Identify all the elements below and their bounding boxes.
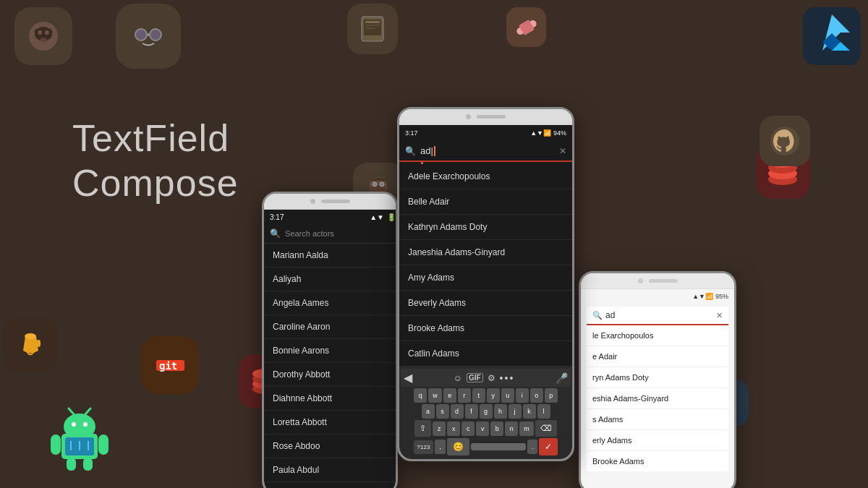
clear-icon-right[interactable]: ✕	[716, 311, 723, 320]
key-h[interactable]: h	[494, 404, 507, 419]
speaker-center	[477, 115, 506, 119]
result-item[interactable]: Kathryn Adams Doty	[399, 215, 572, 240]
phone-right-camera	[581, 273, 734, 289]
key-q[interactable]: q	[414, 388, 427, 403]
android-mascot	[43, 401, 116, 474]
phone-left-statusbar: 3:17 ▲▼ 🔋	[264, 210, 398, 224]
clear-icon-center[interactable]: ✕	[559, 146, 566, 156]
cursor-dot	[421, 162, 423, 164]
key-t[interactable]: t	[472, 388, 485, 403]
key-comma[interactable]: ,	[435, 440, 446, 454]
result-item[interactable]: Brooke Adams	[587, 451, 728, 471]
title-line1: TextField	[72, 116, 239, 160]
result-item[interactable]: erly Adams	[587, 430, 728, 451]
key-emoji[interactable]: 😊	[447, 438, 469, 455]
phone-left: 3:17 ▲▼ 🔋 🔍 Search actors Mariann Aalda …	[262, 192, 398, 488]
phone-right-search[interactable]: 🔍 ad ✕	[587, 307, 728, 325]
key-k[interactable]: k	[523, 404, 536, 419]
keyboard-area: ◀ ☺ GIF ⚙ ••• 🎤 q w e r t y u i o p a s	[399, 367, 572, 459]
title-line2: Compose	[72, 160, 239, 205]
list-item: Caroline Aaron	[264, 315, 396, 339]
result-item[interactable]: Catlin Adams	[399, 341, 572, 367]
phone-left-list: Mariann Aalda Aaliyah Angela Aames Carol…	[264, 244, 396, 488]
result-item[interactable]: Amy Adams	[399, 265, 572, 291]
key-j[interactable]: j	[509, 404, 522, 419]
key-w[interactable]: w	[428, 388, 442, 403]
result-item[interactable]: ryn Adams Doty	[587, 367, 728, 388]
svg-line-43	[85, 408, 90, 414]
phone-center-search[interactable]: 🔍 ad| ✕	[399, 141, 572, 162]
back-arrow-icon[interactable]: ◀	[404, 371, 412, 385]
key-i[interactable]: i	[516, 388, 529, 403]
camera-dot-center	[466, 114, 471, 119]
key-x[interactable]: x	[447, 421, 460, 436]
result-item[interactable]: Belle Adair	[399, 189, 572, 215]
result-item[interactable]: Janeshia Adams-Ginyard	[399, 240, 572, 265]
result-item[interactable]: e Adair	[587, 346, 728, 367]
key-g[interactable]: g	[480, 404, 493, 419]
emoticon-icon[interactable]: ☺	[454, 373, 462, 383]
key-c[interactable]: c	[461, 421, 475, 436]
phone-center-camera	[399, 109, 572, 125]
key-y[interactable]: y	[487, 388, 500, 403]
key-v[interactable]: v	[476, 421, 489, 436]
result-item[interactable]: eshia Adams-Ginyard	[587, 388, 728, 409]
list-item: Aaliyah	[264, 267, 396, 291]
svg-rect-47	[83, 458, 93, 471]
list-item: Dorothy Abbott	[264, 363, 396, 387]
key-b[interactable]: b	[490, 421, 503, 436]
phone-center-navbar: ˅	[399, 459, 572, 461]
toolbar-icons: ☺ GIF ⚙ •••	[454, 372, 515, 384]
key-shift[interactable]: ⇧	[414, 420, 431, 437]
mic-icon[interactable]: 🎤	[556, 372, 568, 384]
search-icon-center: 🔍	[405, 146, 416, 156]
result-item[interactable]: le Exarchopoulos	[587, 325, 728, 346]
key-u[interactable]: u	[501, 388, 514, 403]
result-item[interactable]: Brooke Adams	[399, 316, 572, 341]
result-item[interactable]: Adele Exarchopoulos	[399, 164, 572, 189]
keyboard-row-2: a s d f g h j k l	[401, 404, 571, 419]
title-area: TextField Compose	[72, 116, 239, 206]
list-item: Loretta Abbott	[264, 411, 396, 435]
more-icon[interactable]: •••	[500, 372, 515, 384]
svg-point-40	[72, 422, 76, 427]
phone-center: 3:17 ▲▼📶 94% 🔍 ad| ✕ Adele Exarchopoulos…	[397, 107, 574, 461]
key-num[interactable]: ?123	[414, 440, 434, 454]
list-item: Betty Aberlin	[264, 482, 396, 488]
result-item[interactable]: Beverly Adams	[399, 291, 572, 316]
key-e[interactable]: e	[443, 388, 456, 403]
key-s[interactable]: s	[436, 404, 449, 419]
key-f[interactable]: f	[465, 404, 478, 419]
key-period[interactable]: .	[527, 440, 538, 454]
key-d[interactable]: d	[451, 404, 464, 419]
key-m[interactable]: m	[519, 421, 534, 436]
svg-point-39	[64, 414, 95, 440]
phone-left-camera	[264, 194, 396, 210]
key-l[interactable]: l	[537, 404, 550, 419]
gif-button[interactable]: GIF	[467, 373, 483, 382]
keyboard-row-3: ⇧ z x c v b n m ⌫	[401, 420, 571, 437]
svg-rect-45	[98, 435, 109, 455]
key-o[interactable]: o	[530, 388, 543, 403]
list-item: Rose Abdoo	[264, 435, 396, 458]
phone-right: ▲▼📶 95% 🔍 ad ✕ le Exarchopoulos e Adair …	[579, 271, 736, 488]
key-enter[interactable]: ✓	[539, 438, 558, 455]
search-icon-right: 🔍	[592, 311, 603, 320]
camera-dot	[310, 199, 315, 204]
keyboard-row-4: ?123 , 😊 . ✓	[401, 438, 571, 455]
key-r[interactable]: r	[458, 388, 471, 403]
result-item[interactable]: s Adams	[587, 409, 728, 430]
phone-center-results: Adele Exarchopoulos Belle Adair Kathryn …	[399, 164, 572, 367]
key-z[interactable]: z	[433, 421, 446, 436]
settings-icon[interactable]: ⚙	[488, 373, 495, 383]
key-p[interactable]: p	[545, 388, 558, 403]
search-text-right[interactable]: ad	[605, 310, 713, 320]
keyboard-toolbar: ◀ ☺ GIF ⚙ ••• 🎤	[401, 369, 571, 387]
list-item: Bonnie Aarons	[264, 339, 396, 363]
speaker-right	[649, 279, 678, 283]
key-space[interactable]	[471, 443, 526, 450]
key-a[interactable]: a	[422, 404, 435, 419]
search-text-center[interactable]: ad|	[420, 145, 555, 156]
key-n[interactable]: n	[505, 421, 518, 436]
key-backspace[interactable]: ⌫	[535, 420, 557, 437]
